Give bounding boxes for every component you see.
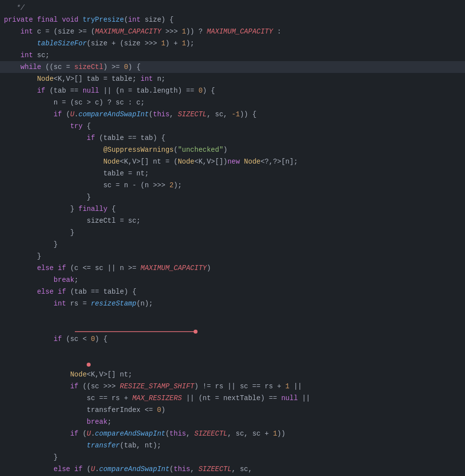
- code-line-17: }: [0, 191, 465, 203]
- code-line-23: else if (c <= sc || n >= MAXIMUM_CAPACIT…: [0, 262, 465, 274]
- code-line-6: while ((sc = sizeCtl) >= 0) {: [0, 61, 465, 73]
- code-line-11: try {: [0, 120, 465, 132]
- code-line-18: } finally {: [0, 203, 465, 215]
- code-line-24: break;: [0, 274, 465, 286]
- code-line-30: sc == rs + MAX_RESIZERS || (nt = nextTab…: [0, 392, 465, 404]
- code-line-12: if (table == tab) {: [0, 132, 465, 144]
- code-line-29: if ((sc >>> RESIZE_STAMP_SHIFT) != rs ||…: [0, 380, 465, 392]
- code-line-13: @SuppressWarnings("unchecked"): [0, 144, 465, 156]
- code-line-1: */: [0, 2, 465, 14]
- svg-point-2: [87, 363, 91, 367]
- code-line-15: table = nt;: [0, 168, 465, 179]
- code-line-35: }: [0, 451, 465, 463]
- code-line-32: break;: [0, 416, 465, 428]
- code-line-2: private final void tryPresize(int size) …: [0, 14, 465, 26]
- code-line-22: }: [0, 250, 465, 262]
- code-line-3: int c = (size >= (MAXIMUM_CAPACITY >>> 1…: [0, 26, 465, 37]
- code-line-31: transferIndex <= 0): [0, 404, 465, 416]
- code-line-8: if (tab == null || (n = tab.length) == 0…: [0, 85, 465, 97]
- code-line-9: n = (sc > c) ? sc : c;: [0, 97, 465, 108]
- code-line-10: if (U.compareAndSwapInt(this, SIZECTL, s…: [0, 108, 465, 120]
- code-line-20: }: [0, 227, 465, 238]
- code-line-36: else if (U.compareAndSwapInt(this, SIZEE…: [0, 463, 465, 475]
- code-line-16: sc = n - (n >>> 2);: [0, 179, 465, 191]
- code-line-21: }: [0, 238, 465, 250]
- code-line-33: if (U.compareAndSwapInt(this, SIZEECTL, …: [0, 428, 465, 440]
- code-line-7: Node<K,V>[] tab = table; int n;: [0, 73, 465, 85]
- code-line-19: sizeCtl = sc;: [0, 215, 465, 227]
- code-line-27: if​ (sc < 0) {: [0, 333, 465, 369]
- red-dot-1: [87, 363, 91, 367]
- code-line-25: else if (tab == table) {: [0, 286, 465, 298]
- code-line-4: tableSizeFor(size + (size >>> 1) + 1);: [0, 37, 465, 49]
- code-line-26: int rs = resizeStamp(n);: [0, 298, 465, 333]
- code-line-28: Node<K,V>[] nt;: [0, 369, 465, 380]
- code-line-5: int sc;: [0, 49, 465, 61]
- code-line-14: Node<K,V>[] nt = (Node<K,V>[])new Node<?…: [0, 156, 465, 168]
- code-line-34: transfer(tab, nt);: [0, 440, 465, 451]
- code-viewer: */ private final void tryPresize(int siz…: [0, 0, 465, 476]
